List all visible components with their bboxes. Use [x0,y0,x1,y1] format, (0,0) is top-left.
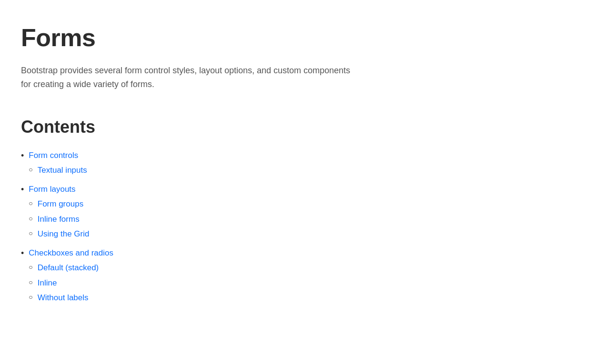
using-the-grid-link[interactable]: Using the Grid [38,228,90,240]
page-description: Bootstrap provides several form control … [21,64,354,91]
sub-bullet-dot: ○ [29,198,32,209]
without-labels-link[interactable]: Without labels [38,292,89,304]
checkboxes-and-radios-sublist: ○ Default (stacked) ○ Inline ○ Without l… [29,262,581,304]
list-item-form-layouts: • Form layouts ○ Form groups ○ Inline fo… [21,183,581,243]
sub-bullet-dot: ○ [29,277,32,288]
inline-forms-link[interactable]: Inline forms [38,213,80,226]
list-item-default-stacked: ○ Default (stacked) [29,262,581,274]
bullet-dot: • [21,247,24,260]
list-item-form-controls: • Form controls ○ Textual inputs [21,149,581,179]
sub-bullet-dot: ○ [29,213,32,225]
inline-link[interactable]: Inline [38,277,57,289]
sub-bullet-dot: ○ [29,228,32,239]
list-item-without-labels: ○ Without labels [29,292,581,304]
textual-inputs-link[interactable]: Textual inputs [38,164,87,177]
list-item-using-the-grid: ○ Using the Grid [29,228,581,240]
page-title: Forms [21,19,581,56]
list-item-inline: ○ Inline [29,277,581,289]
contents-heading: Contents [21,114,581,140]
sub-bullet-dot: ○ [29,164,32,176]
bullet-dot: • [21,183,24,196]
form-groups-link[interactable]: Form groups [38,198,83,210]
bullet-dot: • [21,149,24,162]
contents-list: • Form controls ○ Textual inputs • Form … [21,149,581,307]
form-layouts-sublist: ○ Form groups ○ Inline forms ○ Using the… [29,198,581,240]
default-stacked-link[interactable]: Default (stacked) [38,262,99,274]
list-item-inline-forms: ○ Inline forms [29,213,581,226]
form-controls-link[interactable]: Form controls [29,151,78,160]
sub-bullet-dot: ○ [29,262,32,273]
list-item-form-groups: ○ Form groups [29,198,581,210]
sub-bullet-dot: ○ [29,292,32,303]
form-layouts-link[interactable]: Form layouts [29,185,75,194]
list-item-textual-inputs: ○ Textual inputs [29,164,581,177]
form-controls-sublist: ○ Textual inputs [29,164,581,177]
list-item-checkboxes-and-radios: • Checkboxes and radios ○ Default (stack… [21,247,581,307]
checkboxes-and-radios-link[interactable]: Checkboxes and radios [29,248,113,257]
